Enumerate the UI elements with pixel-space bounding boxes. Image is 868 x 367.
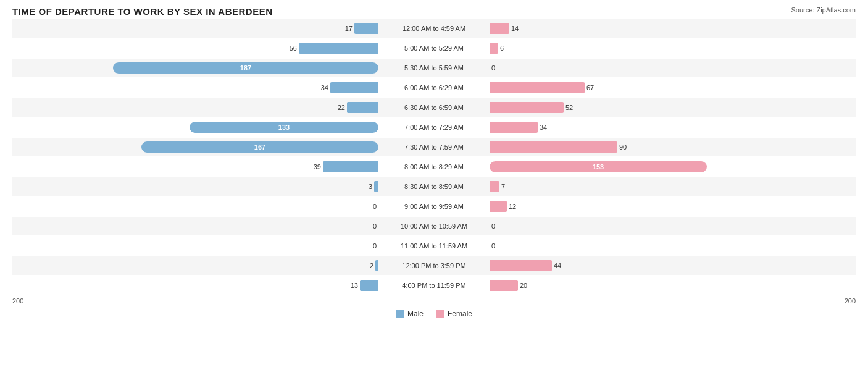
male-bar-wrapper: 22: [333, 102, 378, 113]
female-value: 12: [509, 203, 521, 210]
time-label: 7:30 AM to 7:59 AM: [378, 143, 490, 151]
right-side: 0: [490, 59, 504, 77]
female-bar: [490, 102, 564, 113]
male-bar: [299, 43, 378, 54]
female-value: 0: [491, 222, 504, 230]
legend-female: Female: [436, 310, 472, 318]
right-side: 34: [490, 118, 552, 137]
left-side: 133: [190, 118, 378, 137]
female-value: 6: [500, 44, 512, 52]
legend-male-label: Male: [407, 310, 424, 318]
male-bar: [323, 161, 378, 172]
right-side: 7: [490, 177, 514, 196]
male-bar-badge: 133: [190, 122, 378, 133]
female-value: 52: [565, 104, 578, 111]
male-value: 0: [364, 203, 377, 210]
male-bar: [354, 23, 378, 34]
male-value: 34: [316, 84, 328, 91]
left-side: 2: [361, 256, 378, 275]
female-value: 67: [586, 84, 599, 91]
time-label: 8:00 AM to 8:29 AM: [378, 163, 490, 171]
female-bar: [490, 280, 518, 291]
chart-row: 56 5:00 AM to 5:29 AM 6: [12, 39, 856, 57]
time-label: 11:00 AM to 11:59 AM: [378, 242, 490, 250]
chart-container: TIME OF DEPARTURE TO WORK BY SEX IN ABER…: [12, 6, 856, 318]
left-side: 187: [113, 59, 378, 77]
female-bar: [490, 260, 552, 271]
female-value: 44: [554, 262, 566, 269]
right-side: 52: [490, 98, 578, 117]
legend-male-icon: [396, 310, 404, 318]
male-value: 13: [346, 282, 358, 289]
male-bar-wrapper: 56: [285, 43, 378, 54]
female-bar-wrapper: 67: [490, 82, 599, 93]
chart-row: 2 12:00 PM to 3:59 PM 44: [12, 256, 856, 275]
chart-row: 167 7:30 AM to 7:59 AM 90: [12, 138, 856, 156]
legend-male: Male: [396, 310, 424, 318]
male-value: 3: [360, 183, 372, 190]
female-bar-badge: 153: [490, 161, 707, 172]
female-bar: [490, 23, 509, 34]
female-bar-wrapper: 12: [490, 201, 521, 212]
right-side: 153: [490, 158, 707, 176]
female-bar: [490, 122, 538, 133]
chart-row: 133 7:00 AM to 7:29 AM 34: [12, 118, 856, 137]
time-label: 7:00 AM to 7:29 AM: [378, 124, 490, 131]
right-side: 12: [490, 197, 521, 216]
male-bar-wrapper: 0: [364, 221, 378, 232]
left-side: 0: [364, 237, 378, 255]
left-side: 0: [364, 217, 378, 235]
female-bar-wrapper: 34: [490, 122, 552, 133]
female-bar-wrapper: 0: [490, 221, 504, 232]
male-bar: [330, 82, 378, 93]
source-text: Source: ZipAtlas.com: [791, 6, 856, 14]
right-side: 20: [490, 276, 532, 295]
male-bar-wrapper: 187: [113, 62, 378, 74]
male-bar-badge: 187: [113, 62, 378, 74]
male-value: 17: [340, 25, 353, 32]
chart-row: 22 6:30 AM to 6:59 AM 52: [12, 98, 856, 117]
male-bar: [347, 102, 378, 113]
male-bar-wrapper: 0: [364, 201, 378, 212]
left-side: 56: [285, 39, 378, 57]
male-bar-wrapper: 17: [340, 23, 378, 34]
male-value: 0: [364, 222, 377, 230]
right-side: 0: [490, 217, 504, 235]
male-value: 2: [361, 262, 373, 269]
left-side: 34: [316, 78, 378, 97]
right-side: 14: [490, 19, 524, 38]
chart-row: 187 5:30 AM to 5:59 AM 0: [12, 59, 856, 77]
male-value: 0: [364, 242, 377, 250]
female-bar-wrapper: 7: [490, 181, 514, 192]
female-bar-wrapper: 44: [490, 260, 566, 271]
right-side: 67: [490, 78, 599, 97]
axis-left-label: 200: [12, 297, 23, 305]
male-bar-wrapper: 3: [360, 181, 378, 192]
chart-row: 0 11:00 AM to 11:59 AM 0: [12, 237, 856, 255]
female-value: 34: [540, 124, 552, 131]
female-bar: [490, 201, 507, 212]
male-bar: [360, 280, 378, 291]
chart-rows-container: 17 12:00 AM to 4:59 AM 14 56 5:00 AM to …: [12, 19, 856, 295]
left-side: 39: [309, 158, 378, 176]
time-label: 6:30 AM to 6:59 AM: [378, 104, 490, 111]
time-label: 4:00 PM to 11:59 PM: [378, 282, 490, 289]
male-bar-wrapper: 13: [346, 280, 378, 291]
left-side: 22: [333, 98, 378, 117]
right-side: 6: [490, 39, 512, 57]
male-bar-wrapper: 133: [190, 122, 378, 133]
male-bar-wrapper: 167: [141, 141, 378, 153]
female-bar-wrapper: 20: [490, 280, 532, 291]
male-value: 39: [309, 163, 321, 171]
chart-row: 3 8:30 AM to 8:59 AM 7: [12, 177, 856, 196]
right-side: 44: [490, 256, 566, 275]
female-bar: [490, 141, 617, 153]
male-bar-wrapper: 2: [361, 260, 378, 271]
male-bar-wrapper: 34: [316, 82, 378, 93]
left-side: 3: [360, 177, 378, 196]
female-value: 90: [619, 143, 632, 151]
left-side: 17: [340, 19, 378, 38]
axis-right-label: 200: [845, 297, 856, 305]
right-side: 0: [490, 237, 504, 255]
chart-row: 13 4:00 PM to 11:59 PM 20: [12, 276, 856, 295]
